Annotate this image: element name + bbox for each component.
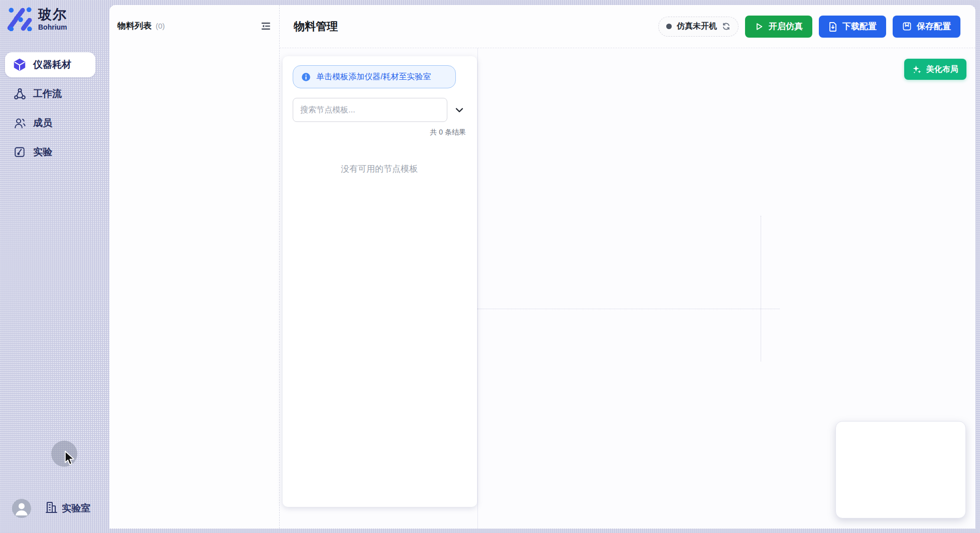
info-icon <box>301 72 311 82</box>
members-icon <box>13 116 26 129</box>
sidebar-item-label: 工作流 <box>33 87 62 100</box>
collapse-panel-icon[interactable] <box>260 21 271 32</box>
material-list-header: 物料列表 (0) <box>109 5 279 32</box>
canvas-guide-line-horizontal <box>477 309 780 309</box>
simulation-status-label: 仿真未开机 <box>677 21 717 32</box>
workflow-icon <box>13 87 26 100</box>
minimap[interactable] <box>835 421 966 518</box>
sidebar-item-label: 仪器耗材 <box>33 58 71 71</box>
avatar[interactable] <box>12 499 31 518</box>
template-search-input[interactable] <box>293 98 447 122</box>
template-hint-banner: 单击模板添加仪器/耗材至实验室 <box>293 65 456 88</box>
experiment-icon <box>13 146 26 159</box>
template-hint-text: 单击模板添加仪器/耗材至实验室 <box>316 72 431 82</box>
template-result-count: 共 0 条结果 <box>293 128 466 137</box>
lab-switcher[interactable]: 实验室 <box>45 501 90 516</box>
brand-name-cn: 玻尔 <box>38 7 67 23</box>
sidebar-footer: 实验室 <box>12 499 90 518</box>
template-empty-text: 没有可用的节点模板 <box>293 163 466 175</box>
sidebar-item-label: 实验 <box>33 146 52 159</box>
material-list-title: 物料列表 <box>117 20 152 32</box>
save-config-button[interactable]: 保存配置 <box>893 16 960 38</box>
sidebar-item-label: 成员 <box>33 116 52 129</box>
brand-name-en: Bohrium <box>38 23 67 31</box>
cursor-icon <box>63 451 76 468</box>
building-icon <box>45 501 57 516</box>
cube-icon <box>13 58 26 71</box>
refresh-icon[interactable] <box>722 22 730 31</box>
canvas-guide-line-vertical <box>761 216 761 361</box>
sparkles-icon <box>912 65 922 74</box>
main-header: 物料管理 仿真未开机 <box>280 5 975 48</box>
sidebar-item-instruments[interactable]: 仪器耗材 <box>5 52 95 77</box>
page-title: 物料管理 <box>294 19 338 34</box>
download-config-button[interactable]: 下载配置 <box>819 16 886 38</box>
start-simulation-button[interactable]: 开启仿真 <box>745 16 812 38</box>
simulation-status-pill[interactable]: 仿真未开机 <box>658 17 739 37</box>
material-list-count: (0) <box>156 22 165 30</box>
chevron-down-icon[interactable] <box>453 103 466 116</box>
sidebar-item-experiment[interactable]: 实验 <box>5 140 95 165</box>
template-panel-separator <box>477 48 478 528</box>
material-list-panel: 物料列表 (0) <box>109 5 280 528</box>
beautify-layout-button[interactable]: 美化布局 <box>904 59 966 80</box>
status-dot-icon <box>666 24 672 29</box>
sidebar-item-members[interactable]: 成员 <box>5 110 95 136</box>
flow-canvas[interactable]: 单击模板添加仪器/耗材至实验室 共 0 条结果 没有可用的节点模板 <box>280 48 975 528</box>
save-icon <box>902 22 912 31</box>
brand: 玻尔 Bohrium <box>7 6 67 33</box>
main-panel: 物料管理 仿真未开机 <box>280 5 975 528</box>
sidebar-item-workflow[interactable]: 工作流 <box>5 81 95 106</box>
lab-label: 实验室 <box>62 502 90 515</box>
template-panel: 单击模板添加仪器/耗材至实验室 共 0 条结果 没有可用的节点模板 <box>283 56 477 507</box>
sidebar-nav: 仪器耗材 工作流 成员 <box>5 52 95 165</box>
file-download-icon <box>828 22 837 32</box>
play-icon <box>755 22 764 31</box>
bohrium-logo-icon <box>7 6 32 33</box>
